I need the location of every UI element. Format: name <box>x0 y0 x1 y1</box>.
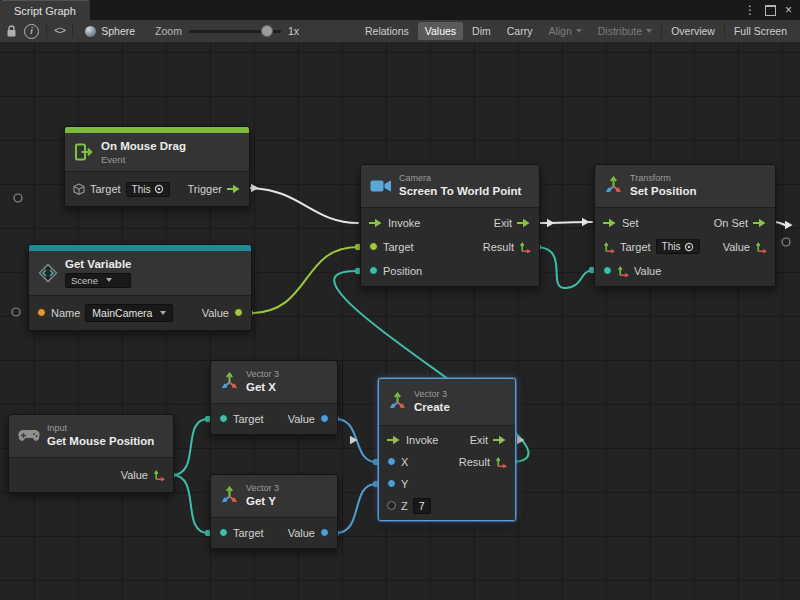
toolbar-button-dim[interactable]: Dim <box>465 22 498 40</box>
vector3-icon <box>388 392 407 411</box>
vector3-mini-icon <box>617 265 629 277</box>
port-variable-value[interactable] <box>234 308 243 317</box>
tab-bar: Script Graph ⋮ × <box>0 0 800 20</box>
toolbar-button-overview[interactable]: Overview <box>664 22 722 40</box>
toolbar-button-label: Overview <box>671 25 715 37</box>
vector3-mini-icon[interactable] <box>519 241 531 253</box>
chip-label: This <box>662 241 681 252</box>
flow-arrow-icon[interactable] <box>603 218 617 228</box>
port-label-value: Value <box>288 413 315 425</box>
node-category: Input <box>47 424 154 433</box>
wire-gety-to-create-y[interactable] <box>336 484 376 533</box>
port-label-value: Value <box>121 469 148 481</box>
port-label-z: Z <box>401 500 408 512</box>
toolbar-button-full-screen[interactable]: Full Screen <box>727 22 794 40</box>
node-get-mouse-position[interactable]: Input Get Mouse Position Value <box>8 414 174 493</box>
port-row: Target Value <box>211 521 337 545</box>
wire-mouse-to-gety-target[interactable] <box>172 475 208 533</box>
port-getx-value[interactable] <box>320 414 329 423</box>
flow-arrow-icon[interactable] <box>517 218 531 228</box>
port-label-exit: Exit <box>494 217 512 229</box>
port-label-result: Result <box>459 456 490 468</box>
node-vector3-get-y[interactable]: Vector 3 Get Y Target Value <box>210 474 338 549</box>
wire-arrow <box>251 184 259 192</box>
graph-canvas[interactable]: On Mouse Drag Event Target This Trigger <box>0 42 800 600</box>
port-camera-position[interactable] <box>369 266 378 275</box>
port-getx-target[interactable] <box>219 414 228 423</box>
variable-name-value: MainCamera <box>92 307 152 319</box>
info-icon[interactable]: i <box>24 24 39 39</box>
port-label-value: Value <box>202 307 229 319</box>
flow-arrow-icon[interactable] <box>369 218 383 228</box>
toolbar-button-align[interactable]: Align <box>541 22 588 40</box>
node-vector3-create[interactable]: Vector 3 Create Invoke Exit X <box>378 378 516 521</box>
port-create-y[interactable] <box>387 479 396 488</box>
node-category: Vector 3 <box>414 390 450 399</box>
toolbar-button-carry[interactable]: Carry <box>500 22 540 40</box>
toolbar-button-label: Relations <box>365 25 409 37</box>
floating-port-ring <box>12 308 20 316</box>
self-target-icon <box>154 184 164 194</box>
port-label-y: Y <box>401 478 408 490</box>
node-title: Screen To World Point <box>399 185 521 198</box>
toolbar-button-distribute[interactable]: Distribute <box>591 22 659 40</box>
node-title: Get Y <box>246 495 279 508</box>
port-row: Invoke Exit <box>361 211 539 235</box>
zoom-slider[interactable] <box>189 30 281 33</box>
port-setposition-value[interactable] <box>603 266 612 275</box>
vector3-mini-icon[interactable] <box>755 241 767 253</box>
port-row: Z 7 <box>379 495 515 517</box>
vector3-mini-icon[interactable] <box>495 456 507 468</box>
port-label-on-set: On Set <box>714 217 748 229</box>
wire-camera-result-to-setposition-value[interactable] <box>538 247 592 288</box>
self-target-icon <box>684 242 694 252</box>
node-on-mouse-drag[interactable]: On Mouse Drag Event Target This Trigger <box>64 126 250 207</box>
port-row: Set On Set <box>595 211 775 235</box>
port-row: Target Result <box>361 235 539 259</box>
variable-scope-dropdown[interactable]: Scene <box>65 273 131 288</box>
node-category: Vector 3 <box>246 370 279 379</box>
vector3-mini-icon[interactable] <box>603 241 615 253</box>
wire-mouse-to-getx-target[interactable] <box>172 419 208 475</box>
flow-arrow-icon[interactable] <box>753 218 767 228</box>
scope-label: Scene <box>71 275 98 286</box>
node-title: On Mouse Drag <box>101 140 186 153</box>
z-value-field[interactable]: 7 <box>413 498 431 514</box>
port-gety-value[interactable] <box>320 528 329 537</box>
window-close-icon[interactable]: × <box>785 3 792 17</box>
flow-arrow-icon[interactable] <box>493 435 507 445</box>
object-selector[interactable]: Sphere <box>80 23 140 39</box>
wire-arrow <box>785 221 793 229</box>
node-vector3-get-x[interactable]: Vector 3 Get X Target Value <box>210 360 338 435</box>
port-label-target: Target <box>233 413 264 425</box>
node-title: Get Variable <box>65 258 131 271</box>
flow-arrow-icon[interactable] <box>387 435 401 445</box>
flow-arrow-icon[interactable] <box>227 184 241 194</box>
code-icon[interactable]: <> <box>54 25 65 37</box>
toolbar-button-label: Align <box>548 25 571 37</box>
wire-trigger-to-invoke[interactable] <box>248 188 358 223</box>
node-set-position[interactable]: Transform Set Position Set On Set Target <box>594 164 776 287</box>
tab-script-graph[interactable]: Script Graph <box>0 0 90 20</box>
target-value-chip[interactable]: This <box>126 182 171 197</box>
target-value-chip[interactable]: This <box>656 239 701 254</box>
window-menu-icon[interactable]: ⋮ <box>744 3 756 17</box>
port-variable-name[interactable] <box>37 308 46 317</box>
window-maximize-icon[interactable] <box>765 5 776 16</box>
wire-variable-to-camera-target[interactable] <box>250 247 358 313</box>
port-create-z[interactable] <box>387 501 396 510</box>
toolbar-separator <box>72 24 73 38</box>
toolbar-button-values[interactable]: Values <box>418 22 463 40</box>
floating-port-ring <box>782 238 790 246</box>
node-screen-to-world-point[interactable]: Camera Screen To World Point Invoke Exit… <box>360 164 540 287</box>
lock-icon[interactable] <box>6 25 17 38</box>
port-row: X Result <box>379 451 515 473</box>
port-camera-target[interactable] <box>369 242 378 251</box>
zoom-slider-handle[interactable] <box>261 25 273 37</box>
port-gety-target[interactable] <box>219 528 228 537</box>
node-get-variable[interactable]: Get Variable Scene Name MainCamera <box>28 244 252 331</box>
variable-name-dropdown[interactable]: MainCamera <box>85 304 173 322</box>
toolbar-button-relations[interactable]: Relations <box>358 22 416 40</box>
vector3-mini-icon[interactable] <box>153 469 165 481</box>
port-create-x[interactable] <box>387 457 396 466</box>
